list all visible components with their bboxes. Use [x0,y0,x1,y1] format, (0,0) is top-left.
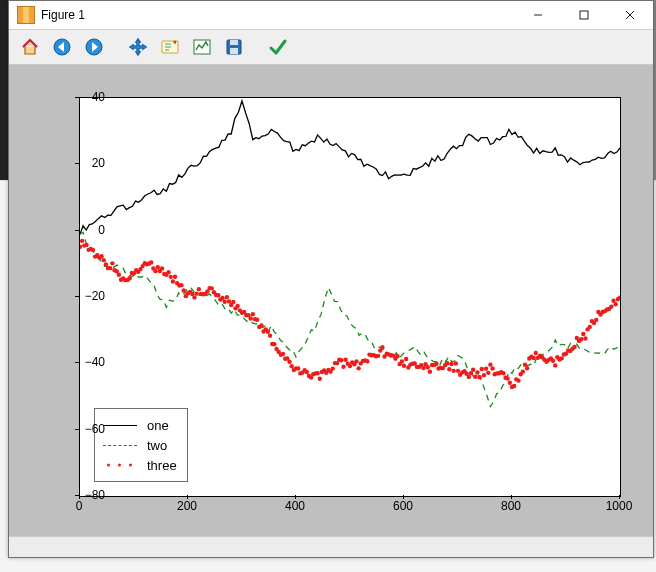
svg-point-247 [594,318,598,322]
svg-point-130 [341,364,345,368]
svg-point-170 [428,370,432,374]
svg-point-167 [421,366,425,370]
svg-point-18 [99,254,103,258]
legend-item-one: one [103,415,177,435]
svg-point-159 [404,357,408,361]
svg-point-155 [395,354,399,358]
axes: one two three [79,97,621,497]
svg-point-240 [579,337,583,341]
svg-point-46 [160,266,164,270]
svg-point-219 [534,351,538,355]
svg-point-141 [365,359,369,363]
legend-label: three [147,458,177,473]
svg-point-188 [467,375,471,379]
svg-point-22 [108,266,112,270]
x-tick-label: 1000 [599,499,639,513]
minimize-button[interactable] [515,1,561,29]
svg-point-133 [348,364,352,368]
svg-point-23 [110,261,114,265]
back-button[interactable] [47,32,77,62]
legend-label: two [147,438,167,453]
svg-point-242 [583,336,587,340]
y-tick-label: −20 [65,289,105,303]
svg-point-79 [231,300,235,304]
zoom-button[interactable] [155,32,185,62]
svg-point-49 [166,270,170,274]
svg-point-194 [480,367,484,371]
svg-point-19 [102,258,106,262]
svg-point-136 [354,359,358,363]
svg-point-77 [227,299,231,303]
pan-button[interactable] [123,32,153,62]
legend: one two three [94,408,188,482]
svg-point-9 [80,239,84,243]
svg-point-119 [318,377,322,381]
svg-point-105 [287,360,291,364]
svg-point-157 [400,359,404,363]
svg-point-211 [516,378,520,382]
x-tick-label: 600 [383,499,423,513]
svg-point-88 [251,312,255,316]
svg-point-118 [315,371,319,375]
svg-point-182 [454,361,458,365]
svg-point-256 [613,302,617,306]
svg-point-113 [305,370,309,374]
legend-item-two: two [103,435,177,455]
svg-point-215 [525,366,529,370]
svg-point-179 [447,367,451,371]
svg-point-98 [272,342,276,346]
svg-point-102 [281,352,285,356]
svg-point-228 [553,363,557,367]
close-button[interactable] [607,1,653,29]
maximize-button[interactable] [561,1,607,29]
y-tick-label: 0 [65,223,105,237]
svg-point-129 [339,358,343,362]
svg-point-52 [173,275,177,279]
edit-params-button[interactable] [263,32,293,62]
x-tick-label: 800 [491,499,531,513]
svg-point-241 [581,332,585,336]
svg-point-76 [225,295,229,299]
svg-point-207 [508,381,512,385]
svg-point-227 [551,359,555,363]
app-icon [17,6,35,24]
titlebar[interactable]: Figure 1 [9,1,653,30]
svg-point-183 [456,369,460,373]
svg-point-198 [488,362,492,366]
svg-point-20 [104,262,108,266]
home-button[interactable] [15,32,45,62]
svg-point-26 [117,273,121,277]
svg-point-146 [376,354,380,358]
configure-subplots-button[interactable] [187,32,217,62]
svg-point-31 [127,276,131,280]
svg-point-213 [521,369,525,373]
svg-point-199 [490,366,494,370]
svg-point-180 [449,362,453,366]
plot-canvas[interactable]: one two three −80−60−40−2002040 0200400 [9,65,653,536]
svg-point-158 [402,364,406,368]
svg-point-218 [531,356,535,360]
save-button[interactable] [219,32,249,62]
svg-point-204 [501,371,505,375]
svg-point-148 [380,345,384,349]
svg-point-237 [572,345,576,349]
x-tick-label: 0 [59,499,99,513]
svg-point-61 [192,295,196,299]
y-tick-label: −60 [65,422,105,436]
svg-point-8 [80,245,82,249]
svg-point-131 [343,357,347,361]
svg-point-173 [434,362,438,366]
svg-point-96 [268,333,272,337]
svg-point-137 [356,366,360,370]
y-tick-label: 40 [65,90,105,104]
svg-point-178 [445,361,449,365]
svg-point-50 [169,275,173,279]
svg-point-14 [91,248,95,252]
y-tick-label: 20 [65,156,105,170]
figure-window: Figure 1 [8,0,654,558]
svg-point-190 [471,368,475,372]
svg-point-254 [609,304,613,308]
svg-point-206 [505,376,509,380]
svg-point-209 [512,384,516,388]
forward-button[interactable] [79,32,109,62]
